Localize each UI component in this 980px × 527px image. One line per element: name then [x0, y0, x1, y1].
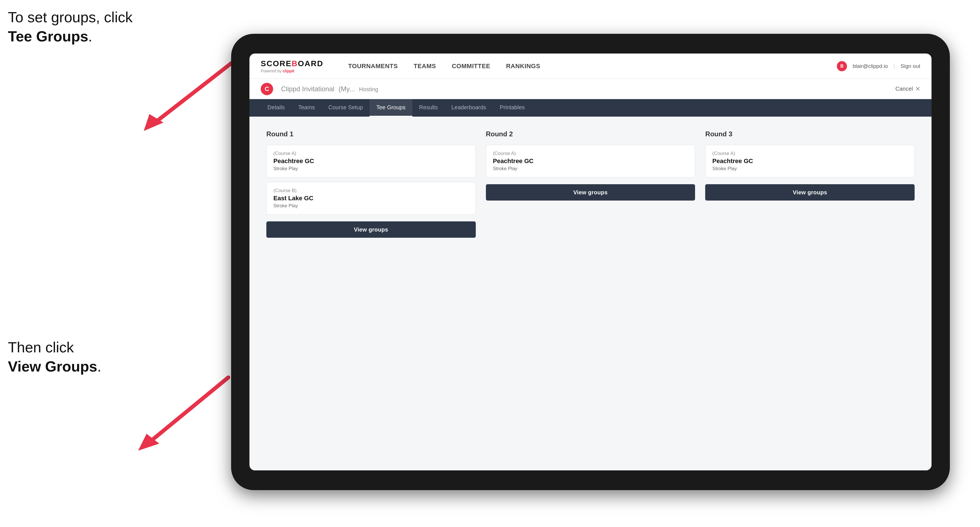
nav-teams[interactable]: TEAMS — [406, 54, 444, 79]
main-nav: TOURNAMENTS TEAMS COMMITTEE RANKINGS — [340, 54, 837, 79]
round-3-column: Round 3 (Course A) Peachtree GC Stroke P… — [705, 130, 915, 238]
tablet-screen: SCOREBOARD Powered by clippit TOURNAMENT… — [250, 54, 932, 470]
nav-rankings[interactable]: RANKINGS — [498, 54, 548, 79]
round-1-course-b-label: (Course B) — [274, 188, 469, 194]
svg-line-2 — [150, 378, 228, 442]
cancel-button[interactable]: Cancel ✕ — [896, 85, 920, 93]
instruction-bottom-line1: Then click — [8, 339, 74, 356]
tournament-bar: C Clippd Invitational (My... Hosting Can… — [250, 79, 932, 99]
user-avatar: B — [837, 61, 847, 71]
round-1-course-b-card: (Course B) East Lake GC Stroke Play — [266, 182, 476, 214]
svg-marker-1 — [144, 114, 164, 131]
nav-tournaments[interactable]: TOURNAMENTS — [340, 54, 406, 79]
arrow-bottom-indicator — [121, 375, 240, 454]
round-1-course-a-format: Stroke Play — [274, 166, 469, 171]
round-3-view-groups-button[interactable]: View groups — [705, 184, 915, 200]
round-3-course-a-format: Stroke Play — [712, 166, 908, 171]
tab-course-setup[interactable]: Course Setup — [321, 99, 369, 117]
tab-teams[interactable]: Teams — [291, 99, 321, 117]
round-1-view-groups-button[interactable]: View groups — [266, 221, 476, 238]
instruction-top-line1: To set groups, click — [8, 9, 132, 25]
nav-committee[interactable]: COMMITTEE — [444, 54, 498, 79]
scoreboard-logo: SCOREBOARD — [261, 59, 323, 68]
tabs-bar: Details Teams Course Setup Tee Groups Re… — [250, 99, 932, 117]
round-1-column: Round 1 (Course A) Peachtree GC Stroke P… — [266, 130, 476, 238]
sign-out-link[interactable]: Sign out — [900, 63, 920, 69]
rounds-container: Round 1 (Course A) Peachtree GC Stroke P… — [266, 130, 915, 238]
round-1-course-a-card: (Course A) Peachtree GC Stroke Play — [266, 145, 476, 178]
tab-details[interactable]: Details — [261, 99, 291, 117]
round-2-title: Round 2 — [486, 130, 695, 138]
instruction-bottom-bold: View Groups — [8, 358, 97, 375]
tournament-logo: C — [261, 83, 273, 95]
user-email: blair@clippd.io — [853, 63, 888, 69]
round-1-course-a-name: Peachtree GC — [274, 157, 469, 165]
main-content: Round 1 (Course A) Peachtree GC Stroke P… — [250, 117, 932, 470]
instruction-top: To set groups, click Tee Groups. — [8, 8, 132, 46]
round-2-course-a-card: (Course A) Peachtree GC Stroke Play — [486, 145, 695, 178]
tablet-device: SCOREBOARD Powered by clippit TOURNAMENT… — [231, 34, 950, 490]
round-2-course-a-name: Peachtree GC — [493, 157, 688, 165]
round-2-column: Round 2 (Course A) Peachtree GC Stroke P… — [486, 130, 695, 238]
cancel-x-icon: ✕ — [915, 85, 920, 93]
logo-area: SCOREBOARD Powered by clippit — [261, 59, 323, 73]
round-1-course-a-label: (Course A) — [274, 151, 469, 156]
instruction-top-period: . — [88, 28, 92, 44]
round-2-course-a-format: Stroke Play — [493, 166, 688, 171]
tab-printables[interactable]: Printables — [493, 99, 531, 117]
round-1-course-b-name: East Lake GC — [274, 195, 469, 202]
instruction-top-bold: Tee Groups — [8, 28, 88, 44]
tournament-name: Clippd Invitational (My... Hosting — [279, 85, 896, 93]
round-2-view-groups-button[interactable]: View groups — [486, 184, 695, 200]
svg-marker-3 — [138, 434, 159, 451]
nav-right: B blair@clippd.io | Sign out — [837, 61, 920, 71]
instruction-bottom-period: . — [97, 358, 101, 375]
top-navigation: SCOREBOARD Powered by clippit TOURNAMENT… — [250, 54, 932, 79]
round-3-title: Round 3 — [705, 130, 915, 138]
round-1-title: Round 1 — [266, 130, 476, 138]
round-3-course-a-card: (Course A) Peachtree GC Stroke Play — [705, 145, 915, 178]
hosting-badge: Hosting — [359, 86, 378, 92]
tab-leaderboards[interactable]: Leaderboards — [444, 99, 493, 117]
round-1-course-b-format: Stroke Play — [274, 203, 469, 209]
instruction-bottom: Then click View Groups. — [8, 338, 101, 376]
tab-tee-groups[interactable]: Tee Groups — [369, 99, 412, 117]
round-2-course-a-label: (Course A) — [493, 151, 688, 156]
powered-by: Powered by clippit — [261, 69, 323, 73]
round-3-course-a-label: (Course A) — [712, 151, 908, 156]
tab-results[interactable]: Results — [412, 99, 445, 117]
round-3-course-a-name: Peachtree GC — [712, 157, 908, 165]
nav-separator: | — [894, 63, 895, 69]
